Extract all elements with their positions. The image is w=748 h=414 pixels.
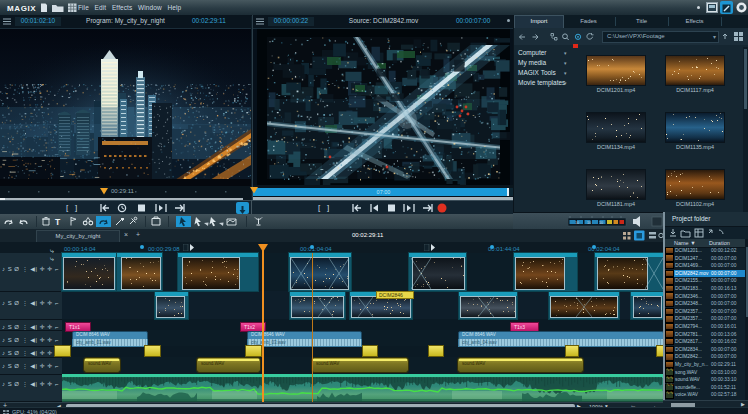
svg-text:10: 10: [575, 221, 579, 225]
svg-text:10: 10: [587, 221, 591, 225]
svg-text:T: T: [55, 217, 61, 227]
svg-text:10: 10: [599, 221, 603, 225]
